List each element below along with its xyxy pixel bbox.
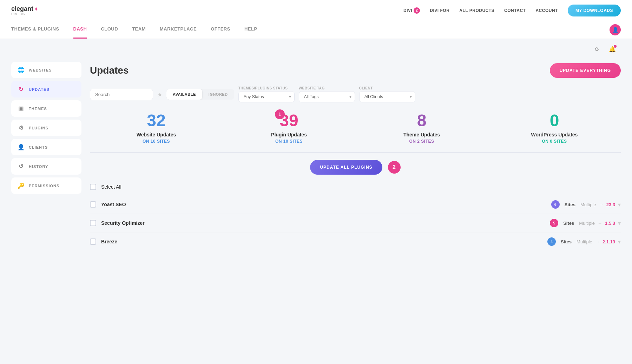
second-navigation: THEMES & PLUGINS DASH CLOUD TEAM MARKETP…	[0, 21, 632, 39]
tab-team[interactable]: TEAM	[132, 21, 146, 39]
breeze-version-to: 2.1.13	[603, 239, 615, 244]
client-filter-label: CLIENT	[359, 86, 415, 90]
breeze-version-info: Multiple → 2.1.13 ▾	[577, 238, 621, 245]
notification-dot	[614, 45, 617, 48]
website-updates-label: Website Updates	[90, 132, 223, 137]
sidebar: 🌐 WEBSITES ↻ UPDATES ▣ THEMES ⚙ PLUGINS …	[11, 56, 81, 364]
security-name: Security Optimizer	[101, 220, 545, 226]
status-filter-label: THEMES/PLUGINS STATUS	[238, 86, 295, 90]
sidebar-label-plugins: PLUGINS	[29, 126, 48, 130]
update-all-plugins-button[interactable]: UPDATE ALL PLUGINS	[310, 160, 382, 175]
breeze-expand-icon[interactable]: ▾	[618, 238, 621, 245]
website-updates-number: 32	[90, 112, 223, 129]
security-checkbox[interactable]	[90, 220, 96, 226]
my-downloads-button[interactable]: MY DOWNLOADS	[568, 5, 621, 16]
security-version-arrow: →	[598, 221, 602, 226]
yoast-expand-icon[interactable]: ▾	[618, 201, 621, 208]
security-expand-icon[interactable]: ▾	[618, 220, 621, 227]
select-all-checkbox[interactable]	[90, 184, 96, 190]
tab-available[interactable]: AVAILABLE	[166, 89, 202, 100]
notifications-icon[interactable]: 🔔	[607, 43, 618, 55]
content-header: Updates UPDATE EVERYTHING	[90, 63, 621, 78]
refresh-icon-sidebar: ↻	[18, 86, 25, 93]
yoast-version-info: Multiple → 23.3 ▾	[580, 201, 621, 208]
client-select-wrapper: All Clients	[359, 91, 415, 102]
client-filter-group: CLIENT All Clients	[359, 86, 415, 102]
client-select[interactable]: All Clients	[359, 91, 415, 102]
plugin-updates-number: 39	[223, 112, 355, 129]
list-item: Yoast SEO 6 Sites Multiple → 23.3 ▾	[90, 195, 621, 214]
update-everything-button[interactable]: UPDATE EVERYTHING	[550, 63, 621, 78]
tag-filter-label: WEBSITE TAG	[299, 86, 355, 90]
themes-icon: ▣	[18, 105, 25, 112]
wordpress-updates-number: 0	[488, 112, 621, 129]
sidebar-label-clients: CLIENTS	[29, 145, 48, 149]
tab-cloud[interactable]: CLOUD	[101, 21, 118, 39]
sidebar-label-themes: THEMES	[29, 107, 47, 111]
search-box	[90, 89, 153, 100]
update-plugins-badge: 2	[388, 161, 401, 174]
status-filter-group: THEMES/PLUGINS STATUS Any Status	[238, 86, 295, 102]
main-layout: 🌐 WEBSITES ↻ UPDATES ▣ THEMES ⚙ PLUGINS …	[0, 56, 632, 364]
brand-name: elegant✦	[11, 5, 38, 12]
update-plugins-bar: UPDATE ALL PLUGINS 2	[90, 153, 621, 180]
star-filter-icon[interactable]: ★	[157, 91, 162, 98]
sidebar-item-themes[interactable]: ▣ THEMES	[11, 100, 81, 117]
theme-updates-sub: ON 2 SITES	[355, 139, 488, 144]
nav-account[interactable]: ACCOUNT	[535, 8, 558, 13]
sidebar-item-permissions[interactable]: 🔑 PERMISSIONS	[11, 177, 81, 194]
tag-select[interactable]: All Tags	[299, 91, 355, 102]
logo[interactable]: elegant✦ themes	[11, 6, 38, 15]
wordpress-updates-sub: ON 0 SITES	[488, 139, 621, 144]
nav-divi[interactable]: DIVI 2	[403, 7, 420, 14]
sidebar-item-plugins[interactable]: ⚙ PLUGINS	[11, 120, 81, 136]
tab-marketplace[interactable]: MARKETPLACE	[160, 21, 197, 39]
divi-badge-wrapper: DIVI 2	[403, 7, 420, 14]
yoast-checkbox[interactable]	[90, 201, 96, 208]
nav-divi-for[interactable]: DIVI FOR	[430, 8, 449, 13]
sidebar-item-websites[interactable]: 🌐 WEBSITES	[11, 62, 81, 78]
globe-icon: 🌐	[18, 67, 25, 73]
tab-ignored[interactable]: IGNORED	[202, 89, 234, 100]
wordpress-updates-label: WordPress Updates	[488, 132, 621, 137]
sidebar-label-updates: UPDATES	[29, 87, 50, 92]
toolbar-row: ⟳ 🔔	[0, 39, 632, 56]
security-sites-label: Sites	[563, 221, 574, 226]
plugin-updates-label: Plugin Updates	[223, 132, 355, 137]
nav-contact[interactable]: CONTACT	[504, 8, 526, 13]
security-version-from: Multiple	[579, 221, 595, 226]
top-nav-links: DIVI 2 DIVI FOR ALL PRODUCTS CONTACT ACC…	[403, 5, 621, 16]
yoast-version-arrow: →	[599, 202, 604, 207]
list-item: Breeze 4 Sites Multiple → 2.1.13 ▾	[90, 232, 621, 251]
top-navigation: elegant✦ themes DIVI 2 DIVI FOR ALL PROD…	[0, 0, 632, 21]
tab-help[interactable]: HELP	[244, 21, 257, 39]
user-avatar[interactable]: 👤	[610, 24, 621, 35]
status-select[interactable]: Any Status	[238, 91, 295, 102]
security-version-info: Multiple → 1.5.3 ▾	[579, 220, 621, 227]
security-sites-badge: 5	[550, 219, 558, 227]
refresh-icon[interactable]: ⟳	[591, 43, 603, 55]
breeze-checkbox[interactable]	[90, 238, 96, 245]
theme-updates-label: Theme Updates	[355, 132, 488, 137]
second-nav-links: THEMES & PLUGINS DASH CLOUD TEAM MARKETP…	[11, 21, 257, 39]
logo-star: ✦	[34, 6, 38, 12]
breeze-sites-label: Sites	[561, 239, 572, 244]
tab-offers[interactable]: OFFERS	[211, 21, 230, 39]
search-input[interactable]	[95, 92, 148, 97]
breeze-name: Breeze	[101, 239, 542, 244]
list-item: Security Optimizer 5 Sites Multiple → 1.…	[90, 214, 621, 232]
brand-sub: themes	[11, 12, 38, 15]
tag-select-wrapper: All Tags	[299, 91, 355, 102]
sidebar-item-history[interactable]: ↺ HISTORY	[11, 158, 81, 175]
sidebar-item-updates[interactable]: ↻ UPDATES	[11, 81, 81, 97]
availability-tab-group: AVAILABLE IGNORED	[166, 89, 234, 100]
tab-themes-plugins[interactable]: THEMES & PLUGINS	[11, 21, 59, 39]
stat-wordpress-updates: 0 WordPress Updates ON 0 SITES	[488, 112, 621, 144]
breeze-version-arrow: →	[595, 239, 600, 244]
sidebar-item-clients[interactable]: 👤 CLIENTS	[11, 139, 81, 155]
tab-dash[interactable]: DASH	[73, 21, 87, 39]
nav-all-products[interactable]: ALL PRODUCTS	[459, 8, 494, 13]
yoast-sites-label: Sites	[565, 202, 575, 207]
stats-row: 32 Website Updates ON 10 SITES 1 39 Plug…	[90, 112, 621, 153]
tag-filter-group: WEBSITE TAG All Tags	[299, 86, 355, 102]
